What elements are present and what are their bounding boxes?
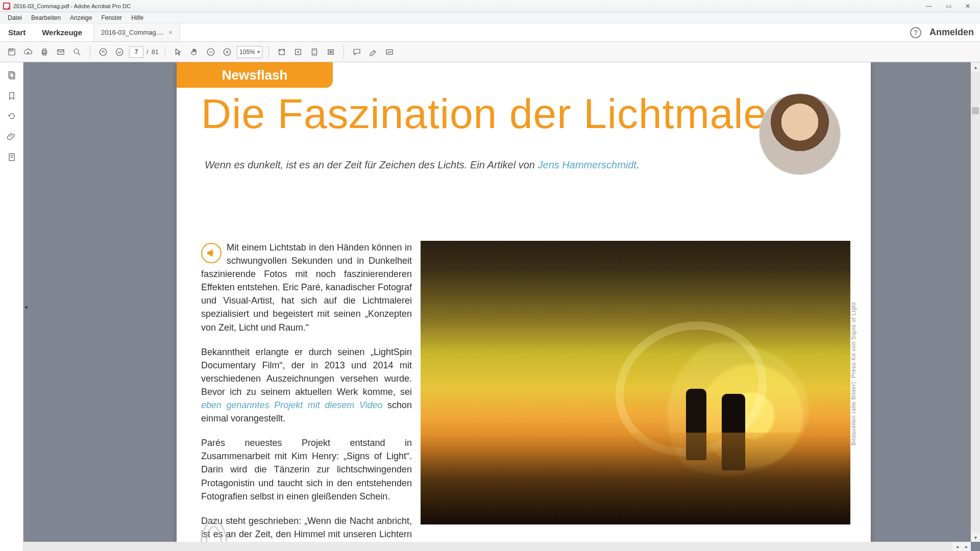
nav-werkzeuge[interactable]: Werkzeuge — [34, 23, 90, 41]
help-icon[interactable]: ? — [910, 27, 921, 38]
minimize-button[interactable]: — — [920, 1, 938, 11]
attachment-icon[interactable] — [7, 132, 17, 142]
fit-width-icon[interactable] — [275, 45, 288, 59]
thumbnails-icon[interactable] — [7, 70, 17, 81]
subhead-post: . — [636, 159, 640, 170]
article-subhead: Wenn es dunkelt, ist es an der Zeit für … — [205, 159, 640, 171]
fit-height-icon[interactable] — [308, 45, 321, 59]
comment-icon[interactable] — [350, 45, 363, 59]
nav-start[interactable]: Start — [0, 23, 34, 41]
tab-label: 2016-03_Commag.... — [101, 29, 163, 36]
zoom-value: 105% — [239, 48, 255, 56]
close-button[interactable]: ✕ — [959, 1, 977, 11]
fit-page-icon[interactable] — [291, 45, 305, 59]
photo-credit: Bildquellen (alle Bilder): Press-Kit von… — [850, 302, 856, 445]
svg-rect-18 — [10, 73, 14, 79]
article-body: Mit einem Lichtstab in den Händen können… — [201, 241, 412, 551]
svg-rect-4 — [43, 53, 46, 55]
menu-bearbeiten[interactable]: Bearbeiten — [27, 14, 65, 21]
section-tag: Newsflash — [177, 62, 333, 88]
page-total: 81 — [152, 48, 159, 56]
menu-hilfe[interactable]: Hilfe — [127, 14, 148, 21]
video-link[interactable]: eben genanntes Projekt mit diesem Video — [201, 400, 382, 410]
author-link[interactable]: Jens Hammerschmidt — [538, 159, 636, 170]
page-up-icon[interactable] — [96, 45, 110, 59]
page-down-icon[interactable] — [113, 45, 126, 59]
toolbar: / 81 105% ▾ — [0, 42, 980, 62]
page-current-input[interactable] — [129, 46, 143, 58]
document-viewer[interactable]: ◂ Newsflash Die Faszination der Lichtmal… — [23, 62, 980, 551]
titlebar: 2016-03_Commag.pdf - Adobe Acrobat Pro D… — [0, 0, 980, 12]
article-headline: Die Faszination der Lichtmalerei — [201, 93, 815, 135]
svg-rect-14 — [328, 49, 334, 51]
svg-rect-3 — [43, 49, 46, 51]
selection-arrow-icon[interactable] — [172, 45, 185, 59]
cloud-upload-icon[interactable] — [21, 45, 35, 59]
chevron-down-icon: ▾ — [257, 49, 260, 55]
svg-rect-16 — [386, 49, 393, 54]
maximize-button[interactable]: ▭ — [939, 1, 958, 11]
tab-close-icon[interactable]: × — [168, 29, 173, 36]
app-icon — [3, 3, 10, 10]
login-link[interactable]: Anmelden — [929, 27, 974, 38]
article-photo — [421, 241, 850, 524]
megaphone-icon — [201, 243, 222, 263]
vertical-scrollbar[interactable]: ▴ ▾ — [971, 62, 980, 542]
page-indicator: / 81 — [129, 46, 159, 58]
scroll-up-icon[interactable]: ▴ — [971, 62, 980, 71]
para-2a: Bekanntheit erlangte er durch seinen „Li… — [201, 347, 412, 397]
zoom-select[interactable]: 105% ▾ — [237, 46, 262, 58]
svg-point-6 — [74, 49, 79, 54]
scroll-down-icon[interactable]: ▾ — [971, 533, 980, 542]
signature-icon[interactable] — [383, 45, 396, 59]
scroll-mode-icon[interactable] — [324, 45, 337, 59]
pdf-page: Newsflash Die Faszination der Lichtmaler… — [177, 62, 871, 551]
para-3: Parés neuestes Projekt entstand in Zusam… — [201, 436, 412, 503]
bookmark-icon[interactable] — [7, 91, 17, 101]
menubar: Datei Bearbeiten Anzeige Fenster Hilfe — [0, 12, 980, 23]
svg-rect-13 — [312, 49, 316, 55]
menu-anzeige[interactable]: Anzeige — [65, 14, 96, 21]
menu-fenster[interactable]: Fenster — [96, 14, 127, 21]
page-sep: / — [146, 48, 149, 56]
main-area: ◂ Newsflash Die Faszination der Lichtmal… — [0, 62, 980, 551]
top-nav: Start Werkzeuge 2016-03_Commag.... × ? A… — [0, 23, 980, 42]
zoom-in-icon[interactable] — [220, 45, 234, 59]
menu-datei[interactable]: Datei — [3, 14, 27, 21]
para-1: Mit einem Lichtstab in den Händen können… — [201, 242, 412, 333]
layers-icon[interactable] — [7, 152, 17, 162]
collapse-left-icon[interactable]: ◂ — [23, 297, 29, 316]
highlight-icon[interactable] — [366, 45, 380, 59]
svg-rect-17 — [9, 72, 13, 78]
save-icon[interactable] — [5, 45, 18, 59]
svg-point-7 — [100, 48, 107, 56]
author-avatar — [760, 94, 840, 174]
horizontal-scrollbar[interactable]: ◂ ▸ — [23, 542, 971, 551]
search-icon[interactable] — [70, 45, 84, 59]
zoom-out-icon[interactable] — [204, 45, 217, 59]
document-tab[interactable]: 2016-03_Commag.... × — [93, 23, 180, 41]
email-icon[interactable] — [54, 45, 67, 59]
refresh-icon[interactable] — [7, 111, 17, 121]
left-rail — [0, 62, 23, 551]
subhead-pre: Wenn es dunkelt, ist es an der Zeit für … — [205, 159, 538, 170]
svg-point-8 — [116, 48, 123, 56]
scroll-left-icon[interactable]: ◂ — [952, 542, 962, 551]
print-icon[interactable] — [38, 45, 51, 59]
svg-rect-15 — [328, 53, 334, 54]
window-title: 2016-03_Commag.pdf - Adobe Acrobat Pro D… — [13, 3, 131, 9]
svg-rect-1 — [10, 49, 13, 51]
scroll-right-icon[interactable]: ▸ — [962, 542, 971, 551]
hand-pan-icon[interactable] — [188, 45, 201, 59]
scroll-thumb[interactable] — [972, 107, 979, 114]
